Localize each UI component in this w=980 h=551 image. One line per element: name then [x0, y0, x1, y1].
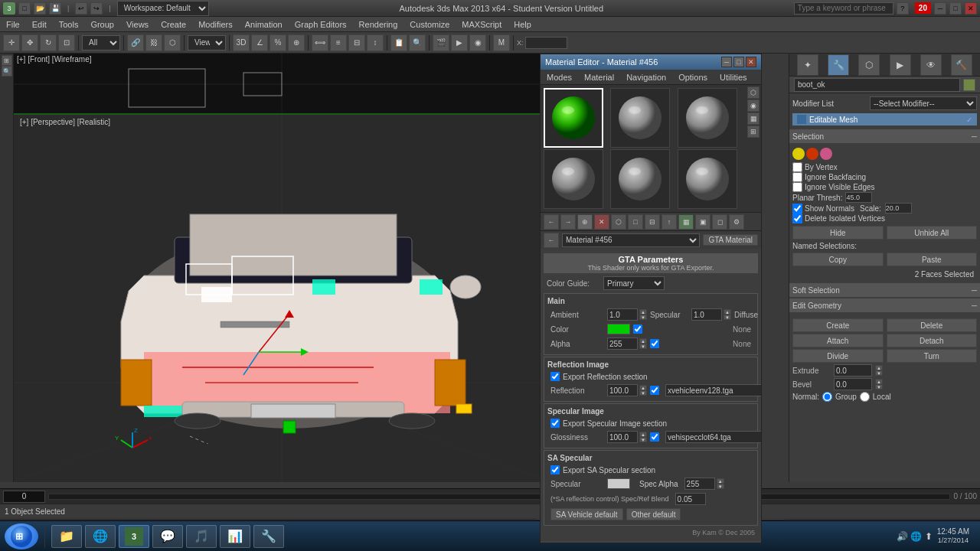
glossiness-down[interactable]: ▼ — [639, 437, 647, 442]
menu-create[interactable]: Create — [155, 18, 192, 31]
material-name-select[interactable]: Material #456 — [562, 233, 700, 247]
ambient-input[interactable] — [607, 308, 638, 321]
spec-alpha-down[interactable]: ▼ — [717, 484, 724, 489]
export-sa-checkbox[interactable] — [550, 465, 560, 474]
selection-paste-btn[interactable]: Paste — [887, 253, 978, 266]
render-setup-btn[interactable]: 🎬 — [433, 34, 449, 51]
modify-panel-btn[interactable]: 🔧 — [828, 54, 849, 76]
taskbar-explorer-btn[interactable]: 📁 — [51, 525, 82, 548]
display-btn[interactable]: 👁 — [920, 54, 942, 76]
search-input[interactable] — [794, 2, 893, 15]
redo-btn[interactable]: ↪ — [90, 2, 103, 15]
face-select-btn[interactable] — [820, 148, 832, 160]
workspace-dropdown[interactable]: Workspace: Default — [117, 1, 209, 16]
x-coord-input[interactable] — [525, 37, 567, 49]
active-shade-btn[interactable]: ◉ — [469, 34, 486, 51]
mat-copy-btn[interactable]: ⬡ — [611, 214, 626, 230]
alpha-input[interactable] — [607, 337, 638, 350]
edge-select-btn[interactable] — [806, 148, 818, 160]
bevel-up[interactable]: ▲ — [875, 379, 883, 384]
mat-menu-material[interactable]: Material — [578, 71, 620, 83]
menu-file[interactable]: File — [0, 18, 26, 31]
divide-btn[interactable]: Divide — [792, 349, 884, 363]
mat-menu-modes[interactable]: Modes — [541, 71, 578, 83]
glossiness-up[interactable]: ▲ — [639, 432, 647, 437]
editable-mesh-item[interactable]: Editable Mesh ✓ — [792, 113, 977, 126]
ignore-backfacing-checkbox[interactable] — [792, 172, 802, 182]
time-current-input[interactable] — [3, 491, 45, 503]
mat-side-btn-3[interactable]: ▦ — [747, 112, 760, 125]
by-vertex-checkbox[interactable] — [792, 162, 802, 172]
mat-instanced-btn[interactable]: ⊟ — [645, 214, 660, 230]
menu-help[interactable]: Help — [508, 18, 537, 31]
taskbar-chrome-btn[interactable]: 🌐 — [85, 525, 116, 548]
attach-btn[interactable]: Attach — [792, 334, 884, 347]
sa-specular-color-swatch[interactable] — [607, 478, 630, 489]
specular-up[interactable]: ▲ — [724, 309, 731, 315]
snap-3d-btn[interactable]: 3D — [233, 34, 250, 51]
detach-btn[interactable]: Detach — [887, 334, 978, 347]
taskbar-3dsmax-active-btn[interactable]: 3 — [119, 525, 149, 548]
mat-editor-close-btn[interactable]: ✕ — [746, 57, 756, 67]
maximize-btn[interactable]: □ — [949, 2, 962, 15]
specular-input[interactable] — [691, 308, 722, 321]
delete-btn[interactable]: Delete — [887, 318, 978, 332]
ambient-up[interactable]: ▲ — [639, 309, 647, 315]
normal-align-btn[interactable]: ↕ — [367, 34, 384, 51]
extrude-down[interactable]: ▼ — [875, 370, 883, 376]
hide-btn[interactable]: Hide — [792, 226, 884, 240]
sa-blend-input[interactable] — [675, 493, 706, 505]
spec-alpha-input[interactable] — [684, 478, 715, 490]
align2-btn[interactable]: ⊟ — [348, 34, 365, 51]
material-slot-1[interactable] — [544, 88, 603, 148]
other-default-btn[interactable]: Other default — [626, 508, 681, 520]
menu-views[interactable]: Views — [120, 18, 155, 31]
normal-local-radio[interactable] — [860, 392, 870, 402]
mat-side-btn-2[interactable]: ◉ — [747, 99, 760, 112]
alpha-down[interactable]: ▼ — [639, 344, 647, 349]
material-slot-5[interactable] — [610, 149, 670, 209]
mat-menu-options[interactable]: Options — [672, 71, 714, 83]
extrude-up[interactable]: ▲ — [875, 365, 883, 370]
hierarchy-btn[interactable]: ⬡ — [858, 54, 880, 76]
minimize-btn[interactable]: ─ — [934, 2, 946, 15]
bevel-down[interactable]: ▼ — [875, 384, 883, 390]
new-file-btn[interactable]: □ — [18, 2, 31, 15]
taskbar-program-btn[interactable]: 📊 — [220, 525, 250, 548]
snap-percent-btn[interactable]: % — [270, 34, 286, 51]
scene-btn[interactable]: 🔍 — [409, 34, 426, 51]
mat-show2-btn[interactable]: ▣ — [695, 214, 710, 230]
spec-alpha-up[interactable]: ▲ — [717, 478, 724, 484]
glossiness-file-input[interactable] — [665, 431, 762, 443]
mat-show-btn[interactable]: ▦ — [678, 214, 694, 230]
time-track[interactable] — [48, 494, 950, 500]
normals-scale-input[interactable] — [885, 203, 912, 214]
mat-reset-btn[interactable]: ✕ — [594, 214, 609, 230]
menu-animation[interactable]: Animation — [239, 18, 289, 31]
ignore-visible-checkbox[interactable] — [792, 182, 802, 192]
mat-prev-btn[interactable]: ← — [544, 233, 559, 248]
color-guide-select[interactable]: Primary — [603, 276, 665, 290]
mat-menu-utilities[interactable]: Utilities — [714, 71, 753, 83]
planar-thresh-input[interactable] — [845, 192, 872, 203]
reflection-file-input[interactable] — [665, 384, 762, 396]
mat-editor-maximize-btn[interactable]: □ — [733, 57, 744, 67]
color-swatch[interactable] — [607, 324, 630, 334]
color-checkbox[interactable] — [633, 324, 642, 334]
bind-btn[interactable]: ⬡ — [164, 34, 181, 51]
export-specular-checkbox[interactable] — [550, 419, 560, 428]
bevel-input[interactable] — [834, 378, 872, 390]
move-tool-btn[interactable]: ✥ — [21, 34, 38, 51]
extrude-input[interactable] — [834, 364, 872, 377]
selection-section-header[interactable]: Selection ─ — [789, 129, 980, 143]
create-panel-btn[interactable]: ✦ — [797, 54, 818, 76]
reflection-down[interactable]: ▼ — [639, 390, 647, 396]
turn-btn[interactable]: Turn — [887, 349, 978, 363]
render-btn[interactable]: ▶ — [451, 34, 468, 51]
glossiness-input[interactable] — [607, 431, 638, 443]
edit-geometry-header[interactable]: Edit Geometry ─ — [789, 298, 980, 312]
show-normals-checkbox[interactable] — [792, 204, 802, 214]
zoom-btn[interactable]: 🔍 — [2, 66, 12, 77]
mat-side-btn-1[interactable]: ⬡ — [747, 86, 760, 99]
zoom-extents-btn[interactable]: ⊞ — [2, 55, 12, 66]
